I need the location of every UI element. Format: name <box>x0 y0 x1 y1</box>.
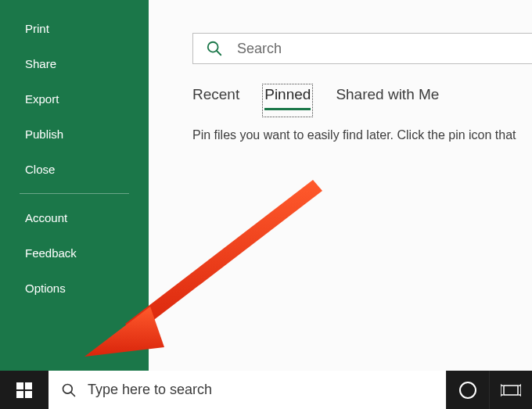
tab-shared-with-me[interactable]: Shared with Me <box>336 86 439 108</box>
backstage-main: Search Recent Pinned Shared with Me Pin … <box>149 0 532 371</box>
search-icon <box>61 382 77 398</box>
search-icon <box>206 40 223 57</box>
sidebar-item-share[interactable]: Share <box>0 46 149 81</box>
sidebar-item-options[interactable]: Options <box>0 271 149 306</box>
sidebar-item-feedback[interactable]: Feedback <box>0 235 149 271</box>
tab-pinned[interactable]: Pinned <box>264 86 311 115</box>
svg-rect-6 <box>504 386 518 395</box>
excel-backstage: Print Share Export Publish Close Account… <box>0 0 532 371</box>
sidebar-divider <box>20 193 129 194</box>
backstage-sidebar: Print Share Export Publish Close Account… <box>0 0 149 371</box>
file-search-container: Search <box>192 33 532 64</box>
file-search-input[interactable]: Search <box>192 33 532 64</box>
task-view-icon <box>501 382 521 398</box>
tab-recent[interactable]: Recent <box>192 86 239 108</box>
sidebar-item-publish[interactable]: Publish <box>0 117 149 152</box>
tab-label: Recent <box>192 86 239 102</box>
sidebar-item-print[interactable]: Print <box>0 11 149 46</box>
tab-label: Shared with Me <box>336 86 439 102</box>
windows-logo-icon <box>16 382 32 398</box>
sidebar-item-export[interactable]: Export <box>0 81 149 117</box>
tab-underline <box>264 108 311 110</box>
pinned-empty-message: Pin files you want to easily find later.… <box>192 128 516 142</box>
windows-taskbar: Type here to search <box>0 371 532 409</box>
svg-line-5 <box>71 392 75 396</box>
cortana-icon <box>459 382 476 399</box>
svg-line-1 <box>217 51 221 56</box>
taskbar-search-placeholder: Type here to search <box>88 382 212 398</box>
file-tabs: Recent Pinned Shared with Me <box>192 86 439 115</box>
file-search-placeholder: Search <box>237 41 282 57</box>
tab-label: Pinned <box>264 86 311 102</box>
sidebar-item-account[interactable]: Account <box>0 200 149 235</box>
task-view-button[interactable] <box>489 371 532 409</box>
cortana-button[interactable] <box>446 371 489 409</box>
sidebar-item-close[interactable]: Close <box>0 152 149 187</box>
start-button[interactable] <box>0 371 49 409</box>
taskbar-search-input[interactable]: Type here to search <box>49 371 446 409</box>
